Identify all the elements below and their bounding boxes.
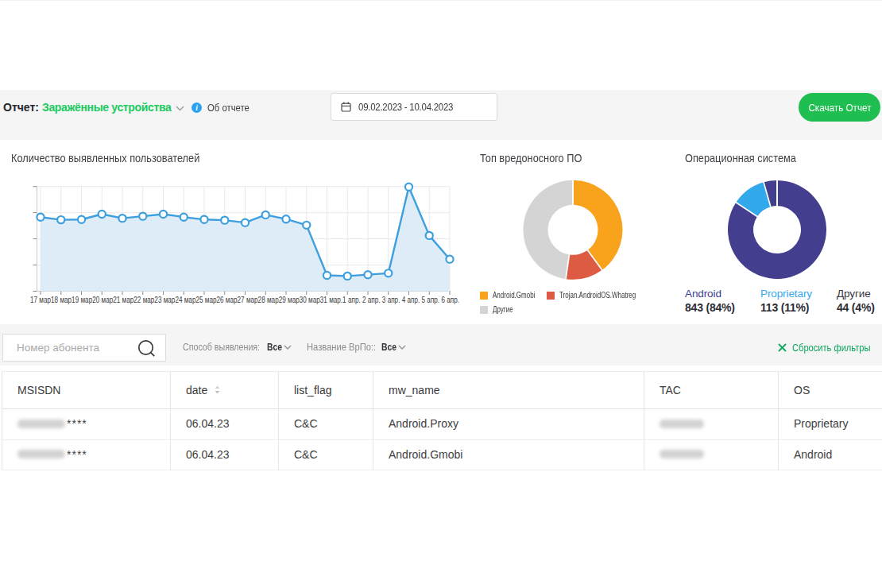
os-stat-value: 113 (11%) xyxy=(760,301,812,314)
cell-os: Android xyxy=(794,439,832,470)
malware-name-label: Название ВрПо:: xyxy=(307,341,376,353)
os-stat-value: 843 (84%) xyxy=(685,301,735,314)
table-column-divider xyxy=(644,371,644,470)
report-selector-row: Отчет: Заражённые устройства i Об отчете xyxy=(0,93,334,122)
cell-os: Proprietary xyxy=(794,408,848,439)
charts-canvas: 17 мар18 мар19 мар20 мар21 мар22 мар23 м… xyxy=(0,140,882,324)
about-report-link[interactable]: Об отчете xyxy=(207,102,250,114)
malware-donut-chart xyxy=(524,180,623,279)
cell-date: 06.04.23 xyxy=(186,408,230,439)
report-label: Отчет: xyxy=(3,101,39,114)
cell-list-flag: C&C xyxy=(294,439,318,470)
legend-label: Другие xyxy=(493,305,513,314)
table-column-divider xyxy=(778,371,779,470)
legend-swatch-trojan xyxy=(547,292,555,300)
os-stat-android: Android 843 (84%) xyxy=(685,288,735,314)
cell-list-flag: C&C xyxy=(294,408,318,439)
table-border xyxy=(2,371,882,372)
date-range-value: 09.02.2023 - 10.04.2023 xyxy=(358,101,453,113)
calendar-icon xyxy=(341,102,351,112)
table-border xyxy=(2,470,882,470)
cell-tac xyxy=(660,408,704,439)
table-column-divider xyxy=(278,371,279,470)
table-column-divider xyxy=(373,371,373,470)
cell-mw-name: Android.Gmobi xyxy=(389,439,462,470)
legend-item: Другие xyxy=(480,305,518,314)
info-icon[interactable]: i xyxy=(191,103,202,113)
legend-swatch-other xyxy=(480,306,488,314)
legend-item: Android.Gmobi xyxy=(480,291,546,300)
redacted-tac xyxy=(660,450,704,458)
redacted-msisdn xyxy=(17,420,65,428)
os-stat-name: Proprietary xyxy=(760,288,812,300)
column-header-tac[interactable]: TAC xyxy=(660,371,681,408)
cell-tac xyxy=(660,439,704,470)
os-stat-name: Другие xyxy=(837,288,875,300)
close-icon xyxy=(778,343,787,352)
report-name-dropdown[interactable]: Заражённые устройства xyxy=(42,101,171,114)
svg-text:17 мар18 мар19 мар20 мар21 мар: 17 мар18 мар19 мар20 мар21 мар22 мар23 м… xyxy=(30,295,459,304)
table-column-divider xyxy=(2,371,2,470)
redacted-msisdn xyxy=(17,450,65,458)
legend-swatch-android-gmobi xyxy=(480,292,488,300)
reset-filters-button[interactable]: Сбросить фильтры xyxy=(778,334,882,362)
os-stat-proprietary: Proprietary 113 (11%) xyxy=(760,288,812,314)
cell-mw-name: Android.Proxy xyxy=(389,408,458,439)
reset-filters-label: Сбросить фильтры xyxy=(792,342,871,354)
line-chart: 17 мар18 мар19 мар20 мар21 мар22 мар23 м… xyxy=(30,184,459,304)
cell-date: 06.04.23 xyxy=(186,439,230,470)
redacted-tac xyxy=(660,420,704,428)
malware-name-value[interactable]: Все xyxy=(381,341,397,353)
date-range-picker[interactable]: 09.02.2023 - 10.04.2023 xyxy=(331,93,497,121)
legend-item: Trojan.AndroidOS.Whatreg xyxy=(547,291,655,300)
column-header-os[interactable]: OS xyxy=(794,371,810,408)
os-stat-other: Другие 44 (4%) xyxy=(837,288,875,314)
page-top-divider xyxy=(0,0,882,1)
os-stat-name: Android xyxy=(685,288,735,300)
os-donut-chart xyxy=(728,180,826,280)
column-header-msisdn[interactable]: MSISDN xyxy=(17,371,60,408)
column-header-mw_name[interactable]: mw_name xyxy=(389,371,440,408)
download-report-button[interactable]: Скачать Отчет xyxy=(799,93,880,122)
table-column-divider xyxy=(170,371,171,470)
chevron-down-icon[interactable] xyxy=(176,106,184,111)
download-button-label: Скачать Отчет xyxy=(808,102,871,114)
chevron-down-icon[interactable] xyxy=(398,345,406,350)
legend-label: Trojan.AndroidOS.Whatreg xyxy=(559,291,636,300)
column-header-list_flag[interactable]: list_flag xyxy=(294,371,331,408)
results-table: MSISDNdatelist_flagmw_nameTACOS****06.04… xyxy=(0,371,882,471)
column-header-date[interactable]: date xyxy=(186,371,220,408)
cell-msisdn: **** xyxy=(17,439,87,470)
sort-icon[interactable] xyxy=(215,384,220,397)
legend-label: Android.Gmobi xyxy=(493,291,535,300)
cell-msisdn: **** xyxy=(17,408,87,439)
malware-name-filter[interactable]: Название ВрПо:: Все xyxy=(0,334,421,362)
os-stat-value: 44 (4%) xyxy=(837,301,875,314)
